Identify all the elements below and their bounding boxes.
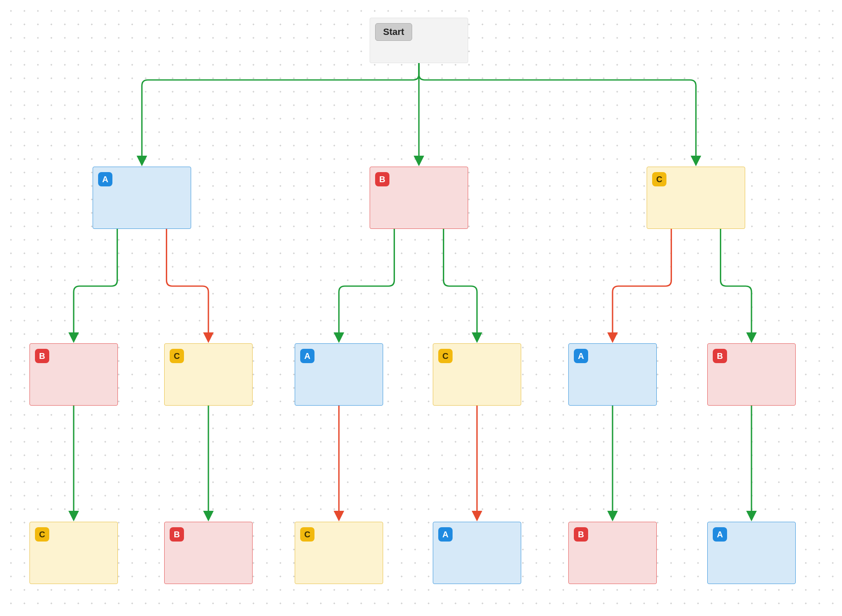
edge <box>444 229 477 341</box>
chip-A: A <box>438 527 453 542</box>
chip-A: A <box>300 349 314 363</box>
node-row1-0[interactable]: A <box>93 167 191 229</box>
node-start[interactable]: Start <box>370 18 468 63</box>
node-row3-1[interactable]: B <box>164 522 253 584</box>
chip-B: B <box>35 349 49 363</box>
edge <box>74 229 117 341</box>
node-row2-5[interactable]: B <box>707 343 796 406</box>
chip-C: C <box>438 349 453 363</box>
chip-C: C <box>300 527 314 542</box>
start-label: Start <box>375 23 412 41</box>
chip-C: C <box>35 527 49 542</box>
node-row3-2[interactable]: C <box>295 522 383 584</box>
edge <box>339 229 394 341</box>
chip-C: C <box>170 349 184 363</box>
edge <box>721 229 752 341</box>
chip-B: B <box>170 527 184 542</box>
diagram-canvas[interactable]: Start ABCBCACABCBCABA <box>0 0 842 616</box>
chip-C: C <box>652 172 666 186</box>
chip-B: B <box>713 349 727 363</box>
chip-B: B <box>574 527 588 542</box>
edge <box>613 229 671 341</box>
chip-B: B <box>375 172 389 186</box>
node-row2-0[interactable]: B <box>29 343 118 406</box>
edge <box>419 63 696 164</box>
node-row2-1[interactable]: C <box>164 343 253 406</box>
node-row2-3[interactable]: C <box>433 343 521 406</box>
node-row3-3[interactable]: A <box>433 522 521 584</box>
chip-A: A <box>713 527 727 542</box>
chip-A: A <box>98 172 112 186</box>
edge <box>167 229 209 341</box>
node-row1-1[interactable]: B <box>370 167 468 229</box>
node-row2-2[interactable]: A <box>295 343 383 406</box>
node-row3-5[interactable]: A <box>707 522 796 584</box>
chip-A: A <box>574 349 588 363</box>
edge <box>142 63 419 164</box>
node-row3-0[interactable]: C <box>29 522 118 584</box>
node-row1-2[interactable]: C <box>647 167 745 229</box>
node-row2-4[interactable]: A <box>568 343 657 406</box>
node-row3-4[interactable]: B <box>568 522 657 584</box>
